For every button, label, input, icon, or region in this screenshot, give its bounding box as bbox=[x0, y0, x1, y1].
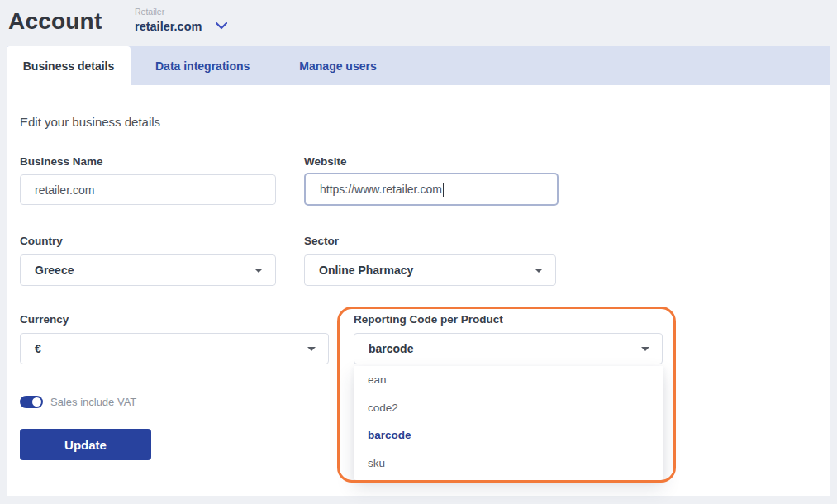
currency-value: € bbox=[35, 342, 41, 355]
sector-label: Sector bbox=[304, 235, 339, 247]
option-ean[interactable]: ean bbox=[354, 366, 663, 394]
tab-data-integrations[interactable]: Data integrations bbox=[131, 46, 274, 85]
reporting-code-options-menu: ean code2 barcode sku bbox=[354, 366, 663, 480]
dropdown-arrow-icon bbox=[535, 269, 543, 273]
reporting-code-value: barcode bbox=[369, 342, 413, 355]
account-name: retailer.com bbox=[135, 20, 202, 33]
account-switcher[interactable]: Retailer retailer.com bbox=[135, 7, 227, 34]
toggle-knob bbox=[32, 397, 41, 407]
section-heading: Edit your business details bbox=[20, 115, 160, 129]
option-sku[interactable]: sku bbox=[354, 449, 663, 478]
tab-business-details[interactable]: Business details bbox=[7, 46, 131, 85]
text-caret bbox=[443, 183, 444, 197]
website-input[interactable]: https://www.retailer.com bbox=[304, 173, 559, 206]
vat-toggle-row: Sales include VAT bbox=[20, 396, 136, 408]
sector-select[interactable]: Online Pharmacy bbox=[304, 254, 556, 286]
tab-manage-users[interactable]: Manage users bbox=[274, 46, 401, 85]
page-title: Account bbox=[8, 8, 102, 35]
currency-select[interactable]: € bbox=[20, 333, 329, 364]
option-barcode[interactable]: barcode bbox=[354, 421, 663, 449]
website-label: Website bbox=[304, 155, 347, 168]
business-details-panel: Edit your business details Business Name… bbox=[7, 85, 830, 496]
country-value: Greece bbox=[35, 264, 74, 277]
dropdown-arrow-icon bbox=[307, 347, 316, 351]
account-role-label: Retailer bbox=[135, 7, 227, 17]
vat-toggle[interactable] bbox=[20, 396, 43, 408]
currency-label: Currency bbox=[20, 313, 69, 326]
business-name-input[interactable]: retailer.com bbox=[20, 174, 276, 205]
tab-bar: Business details Data integrations Manag… bbox=[7, 46, 830, 85]
website-value: https://www.retailer.com bbox=[320, 183, 442, 196]
sector-value: Online Pharmacy bbox=[319, 264, 413, 277]
vat-toggle-label: Sales include VAT bbox=[50, 396, 136, 408]
option-code2[interactable]: code2 bbox=[354, 394, 663, 422]
dropdown-arrow-icon bbox=[641, 347, 649, 351]
business-name-value: retailer.com bbox=[35, 183, 94, 197]
country-label: Country bbox=[20, 235, 63, 247]
reporting-code-select[interactable]: barcode bbox=[354, 333, 663, 364]
reporting-code-label: Reporting Code per Product bbox=[354, 313, 503, 326]
page-header: Account Retailer retailer.com bbox=[0, 0, 837, 46]
country-select[interactable]: Greece bbox=[20, 254, 276, 286]
update-button[interactable]: Update bbox=[20, 429, 151, 460]
business-name-label: Business Name bbox=[20, 155, 103, 168]
chevron-down-icon bbox=[216, 18, 227, 33]
dropdown-arrow-icon bbox=[254, 269, 263, 273]
